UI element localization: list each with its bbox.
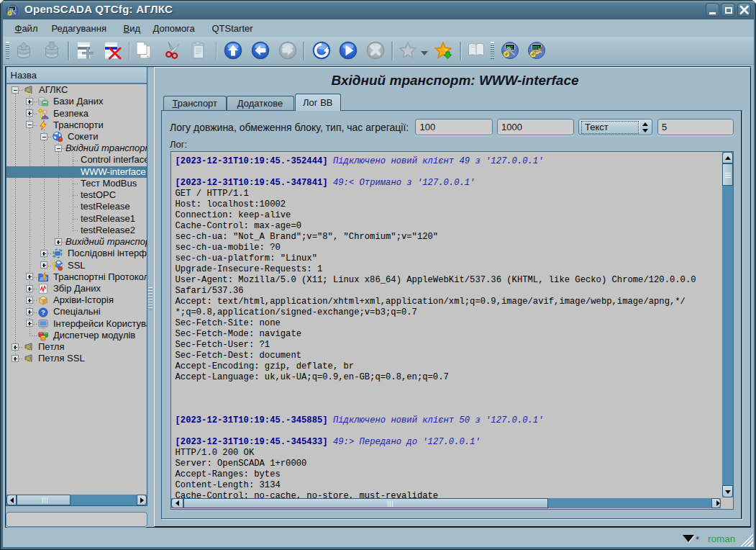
svg-text:?: ? bbox=[41, 308, 45, 316]
